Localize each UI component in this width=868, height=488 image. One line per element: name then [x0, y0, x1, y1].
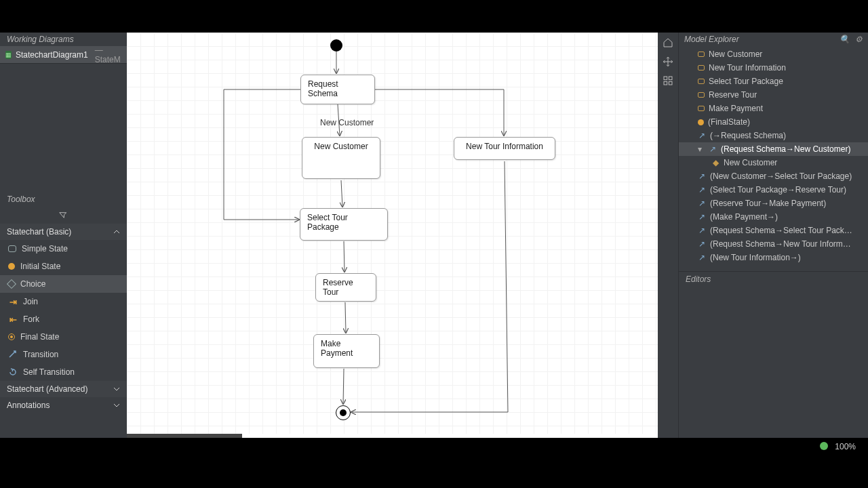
state-icon: [698, 106, 705, 111]
tree-label: (Request Schema→New Tour Inform…: [710, 239, 851, 249]
node-new-customer[interactable]: New Customer: [302, 137, 380, 179]
self-transition-icon: [8, 367, 18, 377]
search-icon[interactable]: 🔍: [840, 35, 850, 44]
tool-initial-state[interactable]: Initial State: [0, 258, 127, 275]
tool-join[interactable]: ⇥Join: [0, 293, 127, 310]
tree-label: (Request Schema→New Customer): [721, 144, 850, 154]
tree-state[interactable]: Select Tour Package: [679, 75, 868, 88]
model-explorer-header: Model Explorer 🔍 ⚙: [679, 33, 868, 46]
state-icon: [698, 79, 705, 84]
choice-icon: [7, 279, 16, 289]
tree-label: (Make Payment→): [710, 212, 778, 222]
diagram-icon: ▦: [5, 51, 12, 59]
edges-layer: [127, 33, 658, 434]
tree-finalstate[interactable]: (FinalState): [679, 115, 868, 129]
tool-label: Join: [23, 297, 38, 306]
section-annotations[interactable]: Annotations: [0, 397, 127, 413]
model-tree[interactable]: New Customer New Tour Information Select…: [679, 46, 868, 266]
state-icon: [698, 92, 705, 98]
zoom-level[interactable]: 100%: [835, 442, 856, 451]
diagram-tab[interactable]: ▦ StatechartDiagram1 — StateM: [0, 46, 127, 64]
node-make-payment[interactable]: Make Payment: [313, 334, 380, 368]
join-icon: ⇥: [8, 297, 18, 306]
tree-label: Reserve Tour: [709, 90, 757, 100]
expand-arrow-icon[interactable]: ▾: [698, 144, 705, 154]
transition-icon: ↗: [698, 131, 706, 140]
fork-icon: ⇤: [8, 314, 18, 324]
move-icon[interactable]: [660, 54, 675, 69]
tree-label: (Request Schema→Select Tour Pack…: [710, 226, 852, 235]
node-request-schema[interactable]: Request Schema: [300, 75, 375, 104]
diagram-tab-suffix: — StateM: [95, 45, 121, 64]
title-bar: [0, 0, 868, 33]
node-new-tour-information[interactable]: New Tour Information: [454, 137, 555, 160]
tool-simple-state[interactable]: Simple State: [0, 240, 127, 258]
tree-label: New Customer: [709, 49, 762, 59]
grid-icon[interactable]: [660, 73, 675, 88]
tree-label: (→Request Schema): [710, 131, 786, 140]
transition-icon: ↗: [698, 240, 706, 248]
tree-state[interactable]: New Tour Information: [679, 61, 868, 75]
edge-label-new-customer[interactable]: New Customer: [320, 118, 374, 127]
tree-transition[interactable]: ↗(Request Schema→Select Tour Pack…: [679, 224, 868, 237]
transition-icon: ↗: [698, 226, 706, 235]
svg-rect-9: [669, 81, 672, 85]
tool-label: Final State: [20, 332, 59, 342]
node-label: Request Schema: [308, 79, 368, 98]
tree-transition-selected[interactable]: ▾↗(Request Schema→New Customer): [679, 142, 868, 156]
node-select-tour-package[interactable]: Select Tour Package: [300, 208, 388, 241]
tool-self-transition[interactable]: Self Transition: [0, 363, 127, 381]
initial-state-icon: [8, 263, 15, 270]
label-icon: ◆: [711, 159, 719, 167]
section-statechart-advanced[interactable]: Statechart (Advanced): [0, 381, 127, 397]
transition-icon: ↗: [698, 253, 706, 262]
tree-transition[interactable]: ↗(Make Payment→): [679, 210, 868, 224]
canvas-area[interactable]: Request Schema New Customer New Customer…: [127, 33, 658, 438]
tree-transition[interactable]: ↗(Reserve Tour→Make Payment): [679, 197, 868, 210]
left-panel: Working Diagrams ▦ StatechartDiagram1 — …: [0, 33, 127, 438]
svg-line-3: [344, 241, 344, 272]
working-diagrams-title: Working Diagrams: [0, 33, 127, 46]
tree-transition-label[interactable]: ◆New Customer: [679, 156, 868, 169]
tree-label: New Tour Information: [709, 63, 786, 73]
tree-transition[interactable]: ↗(New Customer→Select Tour Package): [679, 169, 868, 183]
transition-icon: ↗: [698, 186, 706, 194]
final-state-node[interactable]: [336, 405, 351, 420]
final-state-icon: [8, 333, 15, 340]
home-icon[interactable]: [660, 35, 675, 50]
tree-state[interactable]: New Customer: [679, 47, 868, 61]
tree-transition[interactable]: ↗(Request Schema→New Tour Inform…: [679, 237, 868, 251]
tool-transition[interactable]: Transition: [0, 346, 127, 363]
section-statechart-basic[interactable]: Statechart (Basic): [0, 224, 127, 240]
settings-icon[interactable]: ⚙: [855, 35, 863, 44]
transition-icon: ↗: [698, 199, 706, 207]
tree-state[interactable]: Make Payment: [679, 102, 868, 115]
tree-transition[interactable]: ↗(New Tour Information→): [679, 251, 868, 264]
tool-final-state[interactable]: Final State: [0, 328, 127, 346]
node-label: Make Payment: [321, 339, 372, 358]
tree-transition[interactable]: ↗(→Request Schema): [679, 129, 868, 142]
node-label: New Tour Information: [466, 142, 543, 151]
svg-rect-7: [669, 77, 672, 80]
tool-label: Initial State: [20, 262, 60, 271]
svg-line-4: [345, 302, 346, 333]
tool-fork[interactable]: ⇤Fork: [0, 310, 127, 328]
svg-line-5: [343, 369, 344, 404]
tool-label: Transition: [23, 350, 58, 359]
tool-choice[interactable]: Choice: [0, 275, 127, 293]
node-reserve-tour[interactable]: Reserve Tour: [315, 273, 376, 302]
tree-transition[interactable]: ↗(Select Tour Package→Reserve Tour): [679, 183, 868, 197]
tree-label: (Select Tour Package→Reserve Tour): [710, 185, 846, 195]
selection-tool[interactable]: [0, 206, 127, 224]
chevron-down-icon: [113, 402, 120, 409]
node-label: Select Tour Package: [307, 213, 380, 232]
initial-state-node[interactable]: [330, 39, 342, 52]
diagram-canvas[interactable]: Request Schema New Customer New Customer…: [127, 33, 658, 434]
state-icon: [698, 65, 705, 70]
section-basic-label: Statechart (Basic): [7, 227, 71, 237]
svg-rect-6: [664, 77, 667, 80]
toolbox-title: Toolbox: [0, 192, 127, 206]
tree-state[interactable]: Reserve Tour: [679, 88, 868, 102]
tree-label: (FinalState): [708, 117, 750, 127]
transition-icon: [8, 350, 18, 359]
